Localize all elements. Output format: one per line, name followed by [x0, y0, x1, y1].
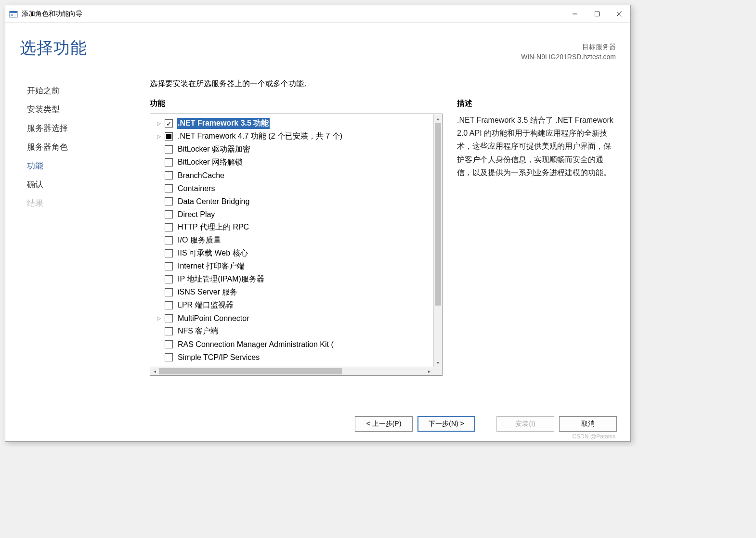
feature-checkbox[interactable] [165, 288, 173, 296]
feature-checkbox[interactable] [165, 158, 173, 167]
description-text: .NET Framework 3.5 结合了 .NET Framework 2.… [457, 114, 616, 179]
feature-label: RAS Connection Manager Administration Ki… [177, 340, 335, 349]
feature-checkbox[interactable] [165, 327, 173, 335]
next-button[interactable]: 下一步(N) > [417, 416, 475, 432]
sidebar-item-6: 结果 [27, 194, 150, 213]
wizard-window: 添加角色和功能向导 选择功能 目标服务器 WIN-N9LIG201RSD.hzt… [5, 5, 631, 442]
feature-checkbox[interactable] [165, 210, 173, 218]
feature-row[interactable]: ▷MultiPoint Connector [152, 312, 431, 325]
feature-row[interactable]: Containers [152, 182, 431, 195]
feature-label: Direct Play [177, 210, 216, 219]
target-server-info: 目标服务器 WIN-N9LIG201RSD.hztest.com [521, 37, 616, 62]
feature-row[interactable]: Direct Play [152, 208, 431, 221]
feature-row[interactable]: RAS Connection Manager Administration Ki… [152, 338, 431, 351]
feature-checkbox[interactable] [165, 249, 173, 257]
feature-checkbox[interactable] [165, 262, 173, 270]
feature-label: .NET Framework 3.5 功能 [177, 118, 270, 129]
feature-row[interactable]: IP 地址管理(IPAM)服务器 [152, 273, 431, 286]
feature-checkbox[interactable] [165, 132, 173, 141]
window-title: 添加角色和功能向导 [22, 10, 564, 18]
wizard-sidebar: 开始之前安装类型服务器选择服务器角色功能确认结果 [5, 72, 150, 408]
feature-label: IP 地址管理(IPAM)服务器 [177, 274, 265, 285]
feature-checkbox[interactable] [165, 236, 173, 244]
scroll-right-icon[interactable]: ▸ [425, 369, 433, 374]
feature-label: LPR 端口监视器 [177, 300, 235, 311]
watermark-text: CSDN @Patanis [572, 433, 615, 440]
sidebar-item-5[interactable]: 确认 [27, 175, 150, 194]
feature-row[interactable]: ▷.NET Framework 4.7 功能 (2 个已安装，共 7 个) [152, 130, 431, 143]
hscroll-thumb[interactable] [159, 368, 342, 374]
expand-icon[interactable]: ▷ [157, 120, 164, 127]
svg-rect-5 [595, 12, 600, 16]
sidebar-item-3[interactable]: 服务器角色 [27, 138, 150, 156]
feature-row[interactable]: NFS 客户端 [152, 325, 431, 338]
feature-checkbox[interactable] [165, 119, 173, 128]
feature-row[interactable]: I/O 服务质量 [152, 234, 431, 247]
feature-checkbox[interactable] [165, 301, 173, 309]
wizard-footer: < 上一步(P) 下一步(N) > 安装(I) 取消 [5, 408, 630, 441]
feature-label: Internet 打印客户端 [177, 261, 246, 272]
sidebar-item-1[interactable]: 安装类型 [27, 100, 150, 119]
features-column-label: 功能 [150, 99, 443, 114]
feature-label: .NET Framework 4.7 功能 (2 个已安装，共 7 个) [177, 131, 343, 142]
horizontal-scrollbar[interactable]: ◂ ▸ [150, 367, 442, 375]
install-button: 安装(I) [496, 416, 554, 432]
vertical-scrollbar[interactable]: ▴ ▾ [433, 114, 442, 367]
instruction-text: 选择要安装在所选服务器上的一个或多个功能。 [150, 79, 616, 99]
feature-row[interactable]: IIS 可承载 Web 核心 [152, 247, 431, 260]
expand-icon[interactable]: ▷ [157, 315, 164, 321]
feature-row[interactable]: iSNS Server 服务 [152, 286, 431, 299]
feature-row[interactable]: Internet 打印客户端 [152, 260, 431, 273]
feature-row[interactable]: BranchCache [152, 169, 431, 182]
feature-checkbox[interactable] [165, 171, 173, 179]
feature-row[interactable]: LPR 端口监视器 [152, 299, 431, 312]
feature-checkbox[interactable] [165, 340, 173, 348]
feature-label: I/O 服务质量 [177, 235, 222, 246]
server-manager-icon [9, 10, 18, 18]
feature-label: iSNS Server 服务 [177, 287, 238, 298]
minimize-button[interactable] [564, 5, 586, 23]
feature-label: MultiPoint Connector [177, 314, 250, 323]
expand-icon[interactable]: ▷ [157, 133, 164, 140]
feature-label: Containers [177, 184, 216, 193]
sidebar-item-4[interactable]: 功能 [27, 156, 150, 175]
maximize-button[interactable] [586, 5, 608, 23]
previous-button[interactable]: < 上一步(P) [355, 416, 413, 432]
scroll-up-icon[interactable]: ▴ [434, 114, 442, 123]
feature-label: HTTP 代理上的 RPC [177, 222, 250, 233]
svg-rect-2 [11, 14, 13, 14]
feature-label: Data Center Bridging [177, 197, 250, 206]
sidebar-item-0[interactable]: 开始之前 [27, 81, 150, 100]
feature-label: BranchCache [177, 171, 225, 180]
feature-checkbox[interactable] [165, 275, 173, 283]
feature-row[interactable]: ▷.NET Framework 3.5 功能 [152, 117, 431, 130]
feature-checkbox[interactable] [165, 314, 173, 322]
feature-checkbox[interactable] [165, 197, 173, 205]
feature-checkbox[interactable] [165, 184, 173, 192]
sidebar-item-2[interactable]: 服务器选择 [27, 119, 150, 138]
feature-row[interactable]: BitLocker 网络解锁 [152, 156, 431, 169]
scroll-down-icon[interactable]: ▾ [434, 358, 442, 367]
features-tree: ▷.NET Framework 3.5 功能▷.NET Framework 4.… [150, 114, 443, 376]
target-server-label: 目标服务器 [521, 42, 616, 52]
feature-checkbox[interactable] [165, 145, 173, 154]
feature-checkbox[interactable] [165, 353, 173, 361]
feature-checkbox[interactable] [165, 223, 173, 231]
close-button[interactable] [608, 5, 630, 23]
cancel-button[interactable]: 取消 [559, 416, 617, 432]
feature-row[interactable]: HTTP 代理上的 RPC [152, 221, 431, 234]
titlebar: 添加角色和功能向导 [5, 5, 630, 23]
scroll-thumb[interactable] [435, 123, 441, 306]
svg-rect-3 [11, 15, 13, 15]
scroll-left-icon[interactable]: ◂ [150, 369, 159, 374]
svg-rect-1 [10, 11, 17, 13]
feature-row[interactable]: BitLocker 驱动器加密 [152, 143, 431, 156]
description-column-label: 描述 [457, 99, 616, 114]
feature-label: NFS 客户端 [177, 326, 219, 337]
feature-label: Simple TCP/IP Services [177, 353, 261, 362]
feature-row[interactable]: Data Center Bridging [152, 195, 431, 208]
feature-label: BitLocker 驱动器加密 [177, 144, 251, 155]
feature-label: IIS 可承载 Web 核心 [177, 248, 249, 259]
page-title: 选择功能 [20, 37, 87, 59]
feature-row[interactable]: Simple TCP/IP Services [152, 351, 431, 364]
